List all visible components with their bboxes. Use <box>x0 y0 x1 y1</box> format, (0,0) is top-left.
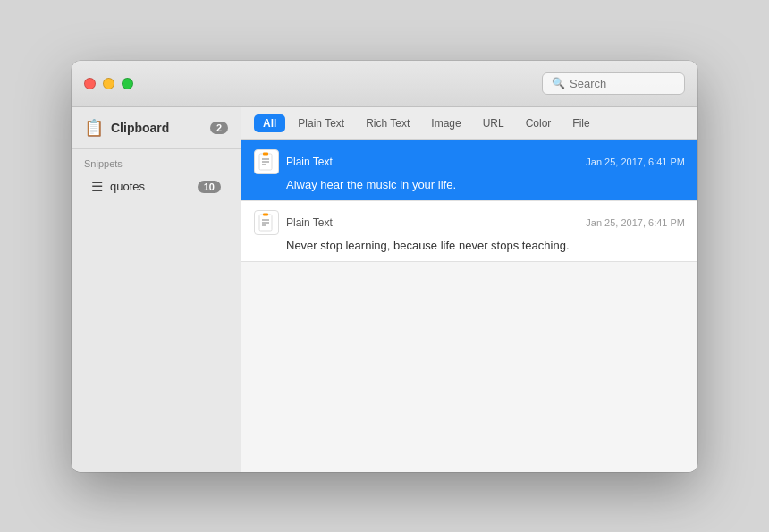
tab-color[interactable]: Color <box>517 114 561 132</box>
title-bar: 🔍 <box>72 61 697 107</box>
item-date: Jan 25, 2017, 6:41 PM <box>586 217 685 228</box>
clipboard-badge: 2 <box>210 122 228 134</box>
snippets-label: Snippets <box>84 158 228 169</box>
tab-url[interactable]: URL <box>474 114 513 132</box>
clipboard-item[interactable]: Plain Text Jan 25, 2017, 6:41 PM Alway h… <box>241 140 697 201</box>
item-type: Plain Text <box>286 216 579 229</box>
item-header: Plain Text Jan 25, 2017, 6:41 PM <box>254 149 685 174</box>
tab-file[interactable]: File <box>563 114 598 132</box>
tab-image[interactable]: Image <box>422 114 469 132</box>
sidebar: 📋 Clipboard 2 Snippets ☰ quotes 10 <box>72 107 241 472</box>
content-area: 📋 Clipboard 2 Snippets ☰ quotes 10 All P… <box>72 107 697 472</box>
svg-rect-1 <box>263 152 268 155</box>
app-window: 🔍 📋 Clipboard 2 Snippets ☰ quotes 10 <box>72 61 697 472</box>
item-content: Never stop learning, because life never … <box>254 239 685 252</box>
plain-text-icon <box>256 151 277 173</box>
item-type: Plain Text <box>286 156 579 168</box>
search-bar[interactable]: 🔍 <box>542 72 685 95</box>
clipboard-list: Plain Text Jan 25, 2017, 6:41 PM Alway h… <box>241 140 697 472</box>
item-date: Jan 25, 2017, 6:41 PM <box>586 156 685 167</box>
snippets-section: Snippets ☰ quotes 10 <box>72 149 241 205</box>
item-thumbnail <box>254 210 279 235</box>
minimize-button[interactable] <box>103 78 114 89</box>
tab-rich-text[interactable]: Rich Text <box>357 114 418 132</box>
tab-all[interactable]: All <box>254 114 285 132</box>
clipboard-item[interactable]: Plain Text Jan 25, 2017, 6:41 PM Never s… <box>241 201 697 262</box>
sidebar-title: Clipboard <box>111 121 203 135</box>
snippet-badge: 10 <box>198 181 221 193</box>
main-panel: All Plain Text Rich Text Image URL Color… <box>241 107 697 472</box>
item-thumbnail <box>254 149 279 174</box>
search-icon: 🔍 <box>552 77 565 89</box>
search-input[interactable] <box>570 77 675 90</box>
snippet-item-quotes[interactable]: ☰ quotes 10 <box>84 174 228 199</box>
maximize-button[interactable] <box>122 78 133 89</box>
list-icon: ☰ <box>91 179 103 195</box>
sidebar-header: 📋 Clipboard 2 <box>72 107 241 149</box>
filter-tabs: All Plain Text Rich Text Image URL Color… <box>241 107 697 140</box>
snippet-label: quotes <box>110 180 190 193</box>
close-button[interactable] <box>84 78 96 89</box>
tab-plain-text[interactable]: Plain Text <box>289 114 353 132</box>
svg-rect-6 <box>263 213 268 215</box>
item-content: Alway hear the music in your life. <box>254 178 685 191</box>
plain-text-icon-2 <box>256 212 277 233</box>
clipboard-icon: 📋 <box>84 118 104 138</box>
item-header: Plain Text Jan 25, 2017, 6:41 PM <box>254 210 685 235</box>
traffic-lights <box>84 78 133 89</box>
